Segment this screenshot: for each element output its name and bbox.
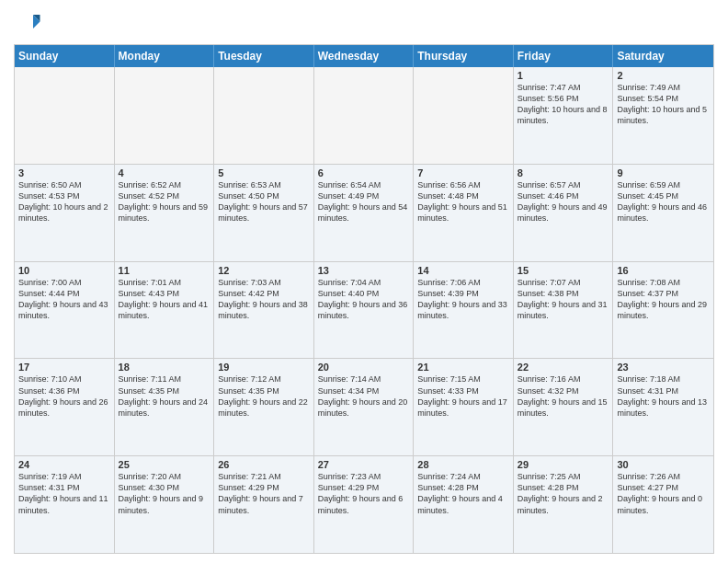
cal-cell: 16Sunrise: 7:08 AM Sunset: 4:37 PM Dayli… bbox=[613, 262, 713, 359]
cal-cell: 15Sunrise: 7:07 AM Sunset: 4:38 PM Dayli… bbox=[514, 262, 614, 359]
cal-row-1: 3Sunrise: 6:50 AM Sunset: 4:53 PM Daylig… bbox=[15, 165, 713, 262]
day-number: 1 bbox=[518, 70, 609, 81]
cal-cell: 22Sunrise: 7:16 AM Sunset: 4:32 PM Dayli… bbox=[514, 359, 614, 455]
cal-cell: 18Sunrise: 7:11 AM Sunset: 4:35 PM Dayli… bbox=[115, 359, 215, 455]
cell-info: Sunrise: 7:11 AM Sunset: 4:35 PM Dayligh… bbox=[119, 373, 210, 419]
cell-info: Sunrise: 7:20 AM Sunset: 4:30 PM Dayligh… bbox=[119, 471, 210, 516]
day-number: 22 bbox=[518, 362, 609, 373]
cal-row-0: 1Sunrise: 7:47 AM Sunset: 5:56 PM Daylig… bbox=[15, 67, 713, 165]
day-number: 18 bbox=[119, 362, 210, 373]
day-number: 6 bbox=[318, 167, 410, 178]
cal-header-wednesday: Wednesday bbox=[314, 45, 415, 67]
cal-cell: 28Sunrise: 7:24 AM Sunset: 4:28 PM Dayli… bbox=[414, 456, 514, 553]
day-number: 24 bbox=[18, 459, 110, 470]
cell-info: Sunrise: 7:21 AM Sunset: 4:29 PM Dayligh… bbox=[218, 471, 310, 516]
cal-cell: 27Sunrise: 7:23 AM Sunset: 4:29 PM Dayli… bbox=[314, 456, 415, 553]
cal-cell: 5Sunrise: 6:53 AM Sunset: 4:50 PM Daylig… bbox=[214, 165, 314, 261]
cell-info: Sunrise: 7:03 AM Sunset: 4:42 PM Dayligh… bbox=[218, 277, 310, 322]
cell-info: Sunrise: 7:08 AM Sunset: 4:37 PM Dayligh… bbox=[617, 277, 710, 322]
cal-cell: 8Sunrise: 6:57 AM Sunset: 4:46 PM Daylig… bbox=[514, 165, 614, 261]
day-number: 12 bbox=[218, 265, 310, 276]
cell-info: Sunrise: 6:57 AM Sunset: 4:46 PM Dayligh… bbox=[518, 179, 609, 224]
cell-info: Sunrise: 7:18 AM Sunset: 4:31 PM Dayligh… bbox=[617, 373, 710, 419]
cal-cell bbox=[414, 67, 514, 164]
cal-cell bbox=[314, 67, 415, 164]
day-number: 26 bbox=[218, 459, 310, 470]
cal-cell: 3Sunrise: 6:50 AM Sunset: 4:53 PM Daylig… bbox=[15, 165, 115, 261]
day-number: 2 bbox=[617, 70, 710, 81]
cal-cell: 30Sunrise: 7:26 AM Sunset: 4:27 PM Dayli… bbox=[613, 456, 713, 553]
cal-cell bbox=[15, 67, 115, 164]
cal-cell: 19Sunrise: 7:12 AM Sunset: 4:35 PM Dayli… bbox=[214, 359, 314, 455]
cell-info: Sunrise: 7:25 AM Sunset: 4:28 PM Dayligh… bbox=[518, 471, 609, 516]
cell-info: Sunrise: 7:26 AM Sunset: 4:27 PM Dayligh… bbox=[617, 471, 710, 516]
day-number: 7 bbox=[417, 167, 509, 178]
cell-info: Sunrise: 6:53 AM Sunset: 4:50 PM Dayligh… bbox=[218, 179, 310, 224]
cal-header-monday: Monday bbox=[115, 45, 215, 67]
logo-icon bbox=[14, 9, 41, 37]
cal-header-tuesday: Tuesday bbox=[214, 45, 314, 67]
cal-cell: 7Sunrise: 6:56 AM Sunset: 4:48 PM Daylig… bbox=[414, 165, 514, 261]
cell-info: Sunrise: 6:54 AM Sunset: 4:49 PM Dayligh… bbox=[318, 179, 410, 224]
cal-cell: 17Sunrise: 7:10 AM Sunset: 4:36 PM Dayli… bbox=[15, 359, 115, 455]
cell-info: Sunrise: 7:10 AM Sunset: 4:36 PM Dayligh… bbox=[18, 373, 110, 419]
cell-info: Sunrise: 7:12 AM Sunset: 4:35 PM Dayligh… bbox=[218, 373, 310, 419]
day-number: 17 bbox=[18, 362, 110, 373]
day-number: 11 bbox=[119, 265, 210, 276]
day-number: 5 bbox=[218, 167, 310, 178]
cell-info: Sunrise: 7:14 AM Sunset: 4:34 PM Dayligh… bbox=[318, 373, 410, 419]
header bbox=[14, 9, 714, 37]
day-number: 19 bbox=[218, 362, 310, 373]
cal-header-thursday: Thursday bbox=[414, 45, 514, 67]
cell-info: Sunrise: 7:47 AM Sunset: 5:56 PM Dayligh… bbox=[518, 82, 609, 127]
day-number: 29 bbox=[518, 459, 609, 470]
cal-cell: 24Sunrise: 7:19 AM Sunset: 4:31 PM Dayli… bbox=[15, 456, 115, 553]
cal-cell: 26Sunrise: 7:21 AM Sunset: 4:29 PM Dayli… bbox=[214, 456, 314, 553]
cal-cell: 14Sunrise: 7:06 AM Sunset: 4:39 PM Dayli… bbox=[414, 262, 514, 359]
cal-cell: 23Sunrise: 7:18 AM Sunset: 4:31 PM Dayli… bbox=[613, 359, 713, 455]
cal-cell: 29Sunrise: 7:25 AM Sunset: 4:28 PM Dayli… bbox=[514, 456, 614, 553]
cell-info: Sunrise: 7:01 AM Sunset: 4:43 PM Dayligh… bbox=[119, 277, 210, 322]
day-number: 27 bbox=[318, 459, 410, 470]
cell-info: Sunrise: 6:59 AM Sunset: 4:45 PM Dayligh… bbox=[617, 179, 710, 224]
cal-cell: 11Sunrise: 7:01 AM Sunset: 4:43 PM Dayli… bbox=[115, 262, 215, 359]
cell-info: Sunrise: 7:19 AM Sunset: 4:31 PM Dayligh… bbox=[18, 471, 110, 516]
day-number: 9 bbox=[617, 167, 710, 178]
cal-cell: 21Sunrise: 7:15 AM Sunset: 4:33 PM Dayli… bbox=[414, 359, 514, 455]
calendar: SundayMondayTuesdayWednesdayThursdayFrid… bbox=[14, 44, 714, 554]
cal-header-saturday: Saturday bbox=[613, 45, 713, 67]
cell-info: Sunrise: 7:23 AM Sunset: 4:29 PM Dayligh… bbox=[318, 471, 410, 516]
cal-cell: 6Sunrise: 6:54 AM Sunset: 4:49 PM Daylig… bbox=[314, 165, 415, 261]
cal-row-2: 10Sunrise: 7:00 AM Sunset: 4:44 PM Dayli… bbox=[15, 262, 713, 360]
cal-cell: 12Sunrise: 7:03 AM Sunset: 4:42 PM Dayli… bbox=[214, 262, 314, 359]
day-number: 21 bbox=[417, 362, 509, 373]
cal-row-4: 24Sunrise: 7:19 AM Sunset: 4:31 PM Dayli… bbox=[15, 456, 713, 553]
day-number: 3 bbox=[18, 167, 110, 178]
day-number: 8 bbox=[518, 167, 609, 178]
cal-cell: 9Sunrise: 6:59 AM Sunset: 4:45 PM Daylig… bbox=[613, 165, 713, 261]
cell-info: Sunrise: 7:15 AM Sunset: 4:33 PM Dayligh… bbox=[417, 373, 509, 419]
day-number: 14 bbox=[417, 265, 509, 276]
day-number: 13 bbox=[318, 265, 410, 276]
cell-info: Sunrise: 6:56 AM Sunset: 4:48 PM Dayligh… bbox=[417, 179, 509, 224]
cal-cell: 20Sunrise: 7:14 AM Sunset: 4:34 PM Dayli… bbox=[314, 359, 415, 455]
day-number: 15 bbox=[518, 265, 609, 276]
day-number: 23 bbox=[617, 362, 710, 373]
cell-info: Sunrise: 7:04 AM Sunset: 4:40 PM Dayligh… bbox=[318, 277, 410, 322]
cal-cell bbox=[115, 67, 215, 164]
cal-cell: 25Sunrise: 7:20 AM Sunset: 4:30 PM Dayli… bbox=[115, 456, 215, 553]
day-number: 16 bbox=[617, 265, 710, 276]
page: SundayMondayTuesdayWednesdayThursdayFrid… bbox=[0, 0, 728, 563]
cal-header-friday: Friday bbox=[514, 45, 614, 67]
cell-info: Sunrise: 7:49 AM Sunset: 5:54 PM Dayligh… bbox=[617, 82, 710, 127]
day-number: 30 bbox=[617, 459, 710, 470]
cal-cell: 4Sunrise: 6:52 AM Sunset: 4:52 PM Daylig… bbox=[115, 165, 215, 261]
cell-info: Sunrise: 6:52 AM Sunset: 4:52 PM Dayligh… bbox=[119, 179, 210, 224]
cal-cell: 2Sunrise: 7:49 AM Sunset: 5:54 PM Daylig… bbox=[613, 67, 713, 164]
cell-info: Sunrise: 7:06 AM Sunset: 4:39 PM Dayligh… bbox=[417, 277, 509, 322]
cell-info: Sunrise: 6:50 AM Sunset: 4:53 PM Dayligh… bbox=[18, 179, 110, 224]
logo bbox=[14, 9, 45, 37]
day-number: 25 bbox=[119, 459, 210, 470]
cal-header-sunday: Sunday bbox=[15, 45, 115, 67]
calendar-body: 1Sunrise: 7:47 AM Sunset: 5:56 PM Daylig… bbox=[15, 67, 713, 553]
